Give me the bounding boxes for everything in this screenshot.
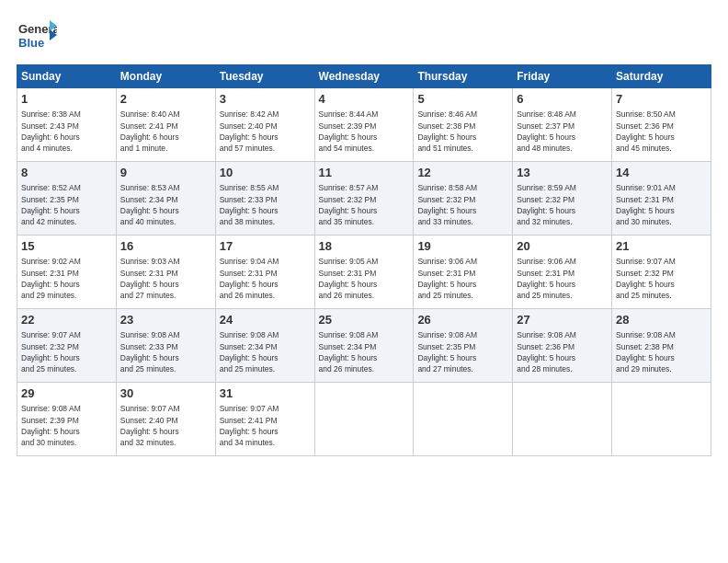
day-number: 25: [319, 312, 410, 328]
col-header-friday: Friday: [513, 65, 612, 88]
calendar-cell: 25Sunrise: 9:08 AM Sunset: 2:34 PM Dayli…: [314, 309, 414, 383]
day-number: 13: [517, 165, 608, 181]
calendar-cell: 21Sunrise: 9:07 AM Sunset: 2:32 PM Dayli…: [612, 236, 711, 309]
calendar-cell: 20Sunrise: 9:06 AM Sunset: 2:31 PM Dayli…: [513, 236, 612, 309]
calendar-cell: 22Sunrise: 9:07 AM Sunset: 2:32 PM Dayli…: [17, 309, 117, 383]
calendar-cell: [414, 383, 513, 456]
calendar-cell: 2Sunrise: 8:40 AM Sunset: 2:41 PM Daylig…: [116, 88, 215, 162]
day-number: 26: [417, 312, 508, 328]
col-header-wednesday: Wednesday: [314, 65, 414, 88]
calendar-cell: 30Sunrise: 9:07 AM Sunset: 2:40 PM Dayli…: [116, 383, 215, 456]
col-header-saturday: Saturday: [612, 65, 711, 88]
day-number: 24: [220, 312, 311, 328]
calendar-table: SundayMondayTuesdayWednesdayThursdayFrid…: [17, 64, 711, 456]
day-number: 10: [220, 165, 311, 181]
calendar-cell: 3Sunrise: 8:42 AM Sunset: 2:40 PM Daylig…: [215, 88, 314, 162]
day-info: Sunrise: 9:07 AM Sunset: 2:41 PM Dayligh…: [220, 403, 311, 448]
logo: General Blue: [17, 17, 57, 57]
day-info: Sunrise: 9:08 AM Sunset: 2:35 PM Dayligh…: [417, 329, 508, 374]
calendar-cell: [314, 383, 414, 456]
day-info: Sunrise: 9:08 AM Sunset: 2:36 PM Dayligh…: [517, 329, 608, 374]
day-info: Sunrise: 9:08 AM Sunset: 2:34 PM Dayligh…: [319, 329, 410, 374]
day-info: Sunrise: 9:08 AM Sunset: 2:33 PM Dayligh…: [120, 329, 211, 374]
day-info: Sunrise: 9:07 AM Sunset: 2:32 PM Dayligh…: [21, 329, 112, 374]
calendar-cell: 18Sunrise: 9:05 AM Sunset: 2:31 PM Dayli…: [314, 236, 414, 309]
day-number: 28: [616, 312, 707, 328]
calendar-cell: 14Sunrise: 9:01 AM Sunset: 2:31 PM Dayli…: [612, 162, 711, 236]
day-number: 21: [616, 238, 707, 255]
calendar-cell: 24Sunrise: 9:08 AM Sunset: 2:34 PM Dayli…: [215, 309, 314, 383]
day-info: Sunrise: 9:06 AM Sunset: 2:31 PM Dayligh…: [517, 256, 608, 301]
calendar-cell: 26Sunrise: 9:08 AM Sunset: 2:35 PM Dayli…: [414, 309, 513, 383]
day-info: Sunrise: 8:58 AM Sunset: 2:32 PM Dayligh…: [417, 182, 508, 227]
calendar-cell: 29Sunrise: 9:08 AM Sunset: 2:39 PM Dayli…: [17, 383, 117, 456]
day-info: Sunrise: 8:57 AM Sunset: 2:32 PM Dayligh…: [319, 182, 410, 227]
col-header-monday: Monday: [116, 65, 215, 88]
day-number: 7: [616, 91, 707, 108]
calendar-cell: 6Sunrise: 8:48 AM Sunset: 2:37 PM Daylig…: [513, 88, 612, 162]
day-number: 15: [21, 238, 112, 255]
calendar-cell: 9Sunrise: 8:53 AM Sunset: 2:34 PM Daylig…: [116, 162, 215, 236]
header: General Blue: [17, 17, 711, 57]
day-number: 31: [220, 385, 311, 402]
day-info: Sunrise: 9:05 AM Sunset: 2:31 PM Dayligh…: [319, 256, 410, 301]
day-number: 1: [21, 91, 112, 108]
day-number: 9: [120, 165, 211, 181]
day-info: Sunrise: 9:08 AM Sunset: 2:39 PM Dayligh…: [21, 403, 112, 448]
day-info: Sunrise: 8:59 AM Sunset: 2:32 PM Dayligh…: [517, 182, 608, 227]
day-number: 20: [517, 238, 608, 255]
logo-icon: General Blue: [17, 17, 57, 57]
day-info: Sunrise: 9:08 AM Sunset: 2:38 PM Dayligh…: [616, 329, 707, 374]
day-info: Sunrise: 8:48 AM Sunset: 2:37 PM Dayligh…: [517, 109, 608, 154]
col-header-thursday: Thursday: [414, 65, 513, 88]
calendar-cell: [513, 383, 612, 456]
day-info: Sunrise: 8:55 AM Sunset: 2:33 PM Dayligh…: [220, 182, 311, 227]
calendar-cell: 4Sunrise: 8:44 AM Sunset: 2:39 PM Daylig…: [314, 88, 414, 162]
calendar-cell: 31Sunrise: 9:07 AM Sunset: 2:41 PM Dayli…: [215, 383, 314, 456]
day-number: 3: [220, 91, 311, 108]
day-number: 27: [517, 312, 608, 328]
col-header-sunday: Sunday: [17, 65, 117, 88]
day-number: 18: [319, 238, 410, 255]
calendar-cell: 23Sunrise: 9:08 AM Sunset: 2:33 PM Dayli…: [116, 309, 215, 383]
day-number: 19: [417, 238, 508, 255]
day-info: Sunrise: 8:46 AM Sunset: 2:38 PM Dayligh…: [417, 109, 508, 154]
day-number: 17: [220, 238, 311, 255]
calendar-cell: 16Sunrise: 9:03 AM Sunset: 2:31 PM Dayli…: [116, 236, 215, 309]
calendar-cell: 13Sunrise: 8:59 AM Sunset: 2:32 PM Dayli…: [513, 162, 612, 236]
day-info: Sunrise: 9:03 AM Sunset: 2:31 PM Dayligh…: [120, 256, 211, 301]
day-info: Sunrise: 9:06 AM Sunset: 2:31 PM Dayligh…: [417, 256, 508, 301]
day-number: 23: [120, 312, 211, 328]
day-info: Sunrise: 8:38 AM Sunset: 2:43 PM Dayligh…: [21, 109, 112, 154]
day-info: Sunrise: 8:44 AM Sunset: 2:39 PM Dayligh…: [319, 109, 410, 154]
day-number: 29: [21, 385, 112, 402]
calendar-cell: 7Sunrise: 8:50 AM Sunset: 2:36 PM Daylig…: [612, 88, 711, 162]
day-info: Sunrise: 8:50 AM Sunset: 2:36 PM Dayligh…: [616, 109, 707, 154]
logo: General Blue: [17, 17, 57, 57]
day-number: 5: [417, 91, 508, 108]
calendar-cell: 28Sunrise: 9:08 AM Sunset: 2:38 PM Dayli…: [612, 309, 711, 383]
calendar-cell: 8Sunrise: 8:52 AM Sunset: 2:35 PM Daylig…: [17, 162, 117, 236]
calendar-cell: 10Sunrise: 8:55 AM Sunset: 2:33 PM Dayli…: [215, 162, 314, 236]
day-number: 2: [120, 91, 211, 108]
calendar-cell: 15Sunrise: 9:02 AM Sunset: 2:31 PM Dayli…: [17, 236, 117, 309]
calendar-cell: 12Sunrise: 8:58 AM Sunset: 2:32 PM Dayli…: [414, 162, 513, 236]
day-number: 6: [517, 91, 608, 108]
day-number: 4: [319, 91, 410, 108]
col-header-tuesday: Tuesday: [215, 65, 314, 88]
day-info: Sunrise: 9:08 AM Sunset: 2:34 PM Dayligh…: [220, 329, 311, 374]
day-number: 11: [319, 165, 410, 181]
day-info: Sunrise: 8:52 AM Sunset: 2:35 PM Dayligh…: [21, 182, 112, 227]
day-info: Sunrise: 8:42 AM Sunset: 2:40 PM Dayligh…: [220, 109, 311, 154]
calendar-cell: 1Sunrise: 8:38 AM Sunset: 2:43 PM Daylig…: [17, 88, 117, 162]
calendar-cell: 5Sunrise: 8:46 AM Sunset: 2:38 PM Daylig…: [414, 88, 513, 162]
day-info: Sunrise: 9:07 AM Sunset: 2:32 PM Dayligh…: [616, 256, 707, 301]
calendar-cell: 19Sunrise: 9:06 AM Sunset: 2:31 PM Dayli…: [414, 236, 513, 309]
day-number: 16: [120, 238, 211, 255]
calendar-cell: 17Sunrise: 9:04 AM Sunset: 2:31 PM Dayli…: [215, 236, 314, 309]
day-info: Sunrise: 9:01 AM Sunset: 2:31 PM Dayligh…: [616, 182, 707, 227]
calendar-cell: 27Sunrise: 9:08 AM Sunset: 2:36 PM Dayli…: [513, 309, 612, 383]
day-number: 22: [21, 312, 112, 328]
svg-text:Blue: Blue: [18, 36, 44, 50]
day-number: 8: [21, 165, 112, 181]
